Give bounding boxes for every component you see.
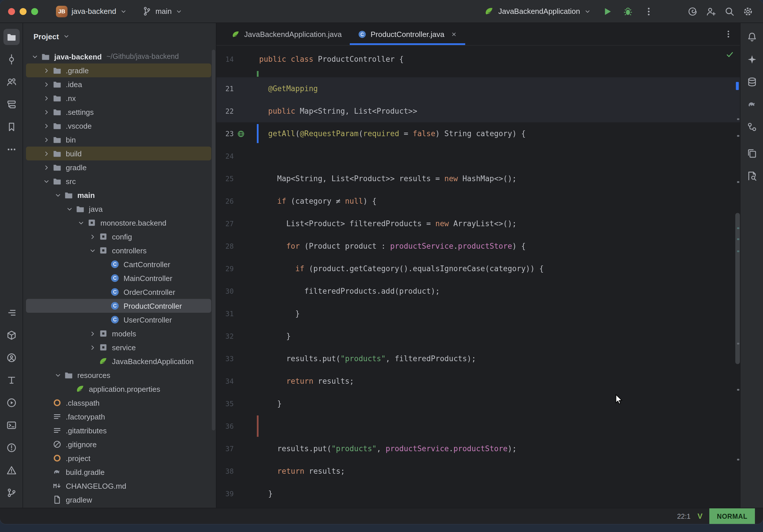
code-line[interactable]: 25 Map<String, List<Product>> results = … — [216, 167, 740, 190]
ai-chat-icon[interactable] — [686, 4, 700, 18]
tree-item[interactable]: monostore.backend — [26, 216, 211, 230]
line-number[interactable]: 34 — [216, 377, 234, 385]
tree-item[interactable]: CHANGELOG.md — [26, 479, 211, 493]
bookmarks-icon[interactable] — [3, 119, 19, 135]
tree-item[interactable]: controllers — [26, 244, 211, 257]
code-line[interactable]: 22 public Map<String, List<Product>> — [216, 100, 740, 122]
problems-icon[interactable] — [3, 440, 19, 456]
git-icon[interactable] — [3, 485, 19, 501]
code-line[interactable]: 30 filteredProducts.add(product); — [216, 280, 740, 302]
code-line[interactable]: 23 getAll(@RequestParam(required = false… — [216, 122, 740, 145]
find-in-files-icon[interactable] — [744, 168, 760, 184]
tree-item[interactable]: build — [26, 147, 211, 160]
code-line[interactable]: 31 } — [216, 302, 740, 325]
code-line[interactable]: 29 if (product.getCategory().equalsIgnor… — [216, 257, 740, 280]
chevron-right-icon[interactable] — [41, 160, 52, 174]
line-number[interactable]: 22 — [216, 107, 234, 115]
tree-item[interactable]: CProductController — [26, 299, 211, 313]
profiler-icon[interactable] — [3, 305, 19, 321]
project-selector[interactable]: JB java-backend — [53, 4, 130, 19]
line-number[interactable]: 31 — [216, 310, 234, 318]
chevron-right-icon[interactable] — [87, 341, 98, 354]
project-panel-header[interactable]: Project — [23, 23, 216, 50]
code-line[interactable]: 34 return results; — [216, 370, 740, 392]
chevron-right-icon[interactable] — [41, 105, 52, 119]
line-number[interactable]: 36 — [216, 422, 234, 430]
tree-item[interactable]: .project — [26, 451, 211, 465]
chevron-right-icon[interactable] — [41, 91, 52, 105]
tree-item[interactable]: service — [26, 341, 211, 354]
line-number[interactable]: 32 — [216, 332, 234, 340]
notifications-icon[interactable] — [744, 29, 760, 45]
chevron-right-icon[interactable] — [87, 327, 98, 341]
project-folder-icon[interactable] — [3, 29, 19, 45]
code-line[interactable]: 33 results.put("products", filteredProdu… — [216, 347, 740, 370]
editor-tab[interactable]: JavaBackendApplication.java — [223, 23, 350, 45]
code-line[interactable]: 14public class ProductController { — [216, 48, 740, 70]
chevron-down-icon[interactable] — [64, 202, 75, 216]
tree-item[interactable]: .gitattributes — [26, 424, 211, 437]
chevron-right-icon[interactable] — [41, 119, 52, 133]
code-line[interactable]: 37 results.put("products", productServic… — [216, 437, 740, 460]
assistant-icon[interactable] — [3, 350, 19, 366]
chevron-down-icon[interactable] — [53, 188, 63, 202]
database-icon[interactable] — [744, 74, 760, 90]
tree-item[interactable]: .idea — [26, 77, 211, 91]
line-number[interactable]: 26 — [216, 197, 234, 205]
chevron-right-icon[interactable] — [87, 230, 98, 244]
chevron-down-icon[interactable] — [76, 216, 87, 230]
text-tool-icon[interactable] — [3, 372, 19, 388]
endpoints-icon[interactable] — [744, 119, 760, 135]
tree-item[interactable]: build.gradle — [26, 465, 211, 479]
line-number[interactable]: 35 — [216, 399, 234, 408]
code-line[interactable]: 38 return results; — [216, 460, 740, 482]
more-horizontal-icon[interactable] — [3, 141, 19, 158]
zoom-window-button[interactable] — [31, 8, 38, 15]
tree-item[interactable]: java — [26, 202, 211, 216]
code-line[interactable]: 32 } — [216, 325, 740, 347]
tree-item[interactable]: resources — [26, 368, 211, 382]
code-line[interactable]: 28 for (Product product : productService… — [216, 235, 740, 257]
collaboration-icon[interactable] — [3, 74, 19, 90]
chevron-down-icon[interactable] — [41, 174, 52, 188]
line-number[interactable]: 33 — [216, 355, 234, 363]
ai-assistant-icon[interactable] — [744, 52, 760, 67]
run-button[interactable] — [600, 4, 614, 18]
run-configuration-selector[interactable]: JavaBackendApplication — [482, 5, 593, 18]
tree-item[interactable]: main — [26, 188, 211, 202]
tree-item[interactable]: .vscode — [26, 119, 211, 133]
tree-item[interactable]: models — [26, 327, 211, 341]
inspections-ok-icon[interactable] — [725, 50, 734, 59]
close-window-button[interactable] — [8, 8, 15, 15]
tree-item[interactable]: .gitignore — [26, 437, 211, 451]
code-line[interactable]: 26 if (category ≠ null) { — [216, 190, 740, 212]
warning-icon[interactable] — [3, 462, 19, 479]
tree-item[interactable]: bin — [26, 133, 211, 147]
line-number[interactable]: 21 — [216, 84, 234, 93]
chevron-right-icon[interactable] — [41, 63, 52, 77]
tree-item[interactable]: CMainController — [26, 271, 211, 285]
tree-item[interactable]: .settings — [26, 105, 211, 119]
add-user-icon[interactable] — [704, 4, 718, 18]
project-tree-scrollbar[interactable] — [212, 50, 215, 430]
code-line[interactable]: 36 — [216, 415, 740, 437]
line-number[interactable]: 25 — [216, 174, 234, 183]
line-number[interactable]: 37 — [216, 445, 234, 453]
chevron-right-icon[interactable] — [41, 147, 52, 160]
line-number[interactable]: 23 — [216, 130, 234, 138]
line-number[interactable]: 28 — [216, 242, 234, 250]
tree-item[interactable]: .gradle — [26, 63, 211, 77]
tree-item[interactable]: java-backend~/Github/java-backend — [26, 50, 211, 63]
globe-icon[interactable] — [237, 129, 245, 138]
line-number[interactable]: 38 — [216, 467, 234, 475]
tree-item[interactable]: CUserController — [26, 313, 211, 327]
line-number[interactable]: 39 — [216, 489, 234, 498]
line-number[interactable]: 29 — [216, 265, 234, 272]
code-editor[interactable]: 14public class ProductController {21 @Ge… — [216, 46, 740, 508]
debug-button[interactable] — [621, 4, 635, 18]
build-icon[interactable] — [3, 327, 19, 343]
tree-item[interactable]: gradlew — [26, 493, 211, 507]
terminal-icon[interactable] — [3, 417, 19, 433]
tab-options-icon[interactable] — [724, 23, 733, 45]
tree-item[interactable]: .nx — [26, 91, 211, 105]
